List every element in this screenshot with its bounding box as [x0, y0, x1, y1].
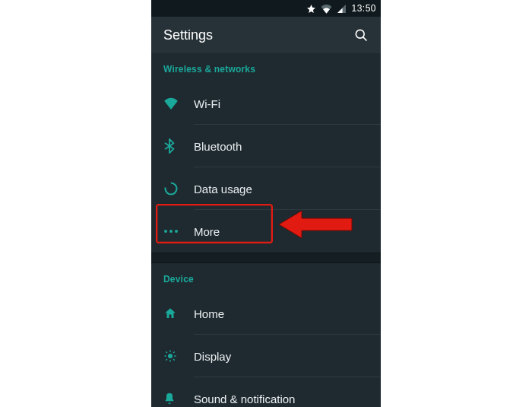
- section-header-wireless: Wireless & networks: [151, 53, 381, 82]
- svg-line-14: [173, 351, 175, 353]
- row-label: Data usage: [194, 183, 252, 196]
- star-icon: [306, 4, 316, 14]
- row-home[interactable]: Home: [151, 292, 381, 335]
- clock-text: 13:50: [351, 3, 376, 14]
- row-more[interactable]: More: [151, 210, 381, 253]
- svg-point-0: [356, 30, 364, 38]
- svg-point-6: [168, 354, 173, 358]
- wifi-icon: [163, 97, 194, 110]
- row-label: Display: [194, 350, 231, 363]
- bell-icon: [163, 392, 194, 405]
- bluetooth-icon: [163, 138, 194, 154]
- home-icon: [163, 307, 194, 320]
- svg-line-11: [166, 351, 167, 353]
- list-wireless: Wi-Fi Bluetooth Data usage More: [151, 82, 381, 253]
- svg-line-13: [166, 359, 167, 361]
- svg-point-2: [166, 183, 177, 195]
- row-label: Bluetooth: [194, 140, 242, 153]
- phone-frame: 13:50 Settings Wireless & networks Wi-Fi…: [151, 0, 381, 407]
- wifi-icon: [321, 4, 332, 14]
- svg-point-5: [175, 230, 178, 233]
- row-data-usage[interactable]: Data usage: [151, 167, 381, 210]
- section-header-device: Device: [151, 263, 381, 292]
- svg-line-12: [173, 359, 175, 361]
- row-wifi[interactable]: Wi-Fi: [151, 82, 381, 125]
- data-usage-icon: [163, 181, 194, 196]
- display-icon: [163, 349, 194, 363]
- more-horizontal-icon: [163, 229, 194, 234]
- svg-point-3: [164, 230, 167, 233]
- page-title: Settings: [163, 27, 213, 43]
- svg-point-4: [169, 230, 173, 233]
- cell-signal-icon: [337, 4, 347, 14]
- list-device: Home Display Sound & notification: [151, 292, 381, 407]
- app-bar: Settings: [151, 17, 381, 53]
- search-icon[interactable]: [353, 27, 369, 43]
- row-display[interactable]: Display: [151, 335, 381, 377]
- svg-line-1: [363, 37, 367, 41]
- row-label: More: [194, 225, 220, 238]
- row-label: Wi-Fi: [194, 97, 220, 110]
- status-bar: 13:50: [151, 0, 381, 17]
- row-sound[interactable]: Sound & notification: [151, 377, 381, 407]
- row-label: Home: [194, 307, 224, 320]
- row-label: Sound & notification: [194, 393, 295, 405]
- row-bluetooth[interactable]: Bluetooth: [151, 125, 381, 167]
- section-divider: [151, 253, 381, 263]
